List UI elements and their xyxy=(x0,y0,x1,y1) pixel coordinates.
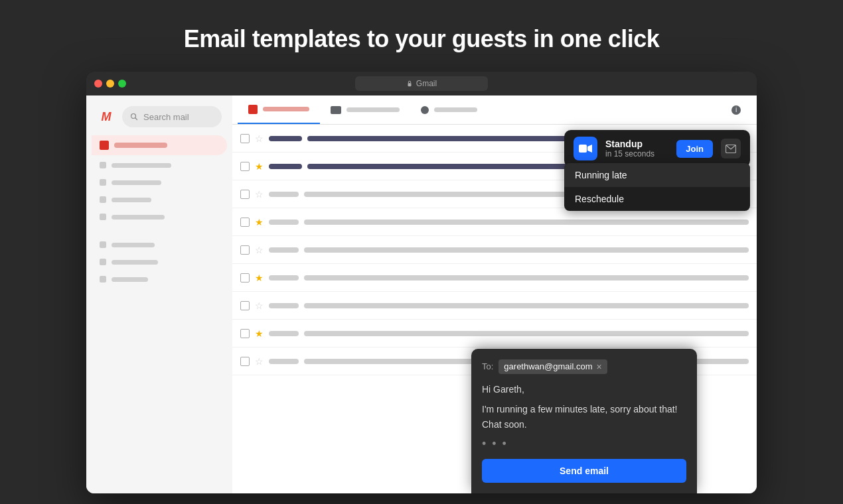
join-button[interactable]: Join xyxy=(676,140,713,158)
sidebar-bar-5 xyxy=(112,243,155,247)
sidebar-group-1 xyxy=(92,158,227,224)
compose-body[interactable]: Hi Gareth, I'm running a few minutes lat… xyxy=(482,382,686,451)
subject-bar-7 xyxy=(304,303,749,308)
star-1[interactable]: ☆ xyxy=(255,133,264,144)
email-row-8[interactable]: ★ xyxy=(232,320,757,347)
compose-body-line1: Hi Gareth, xyxy=(482,382,686,397)
sidebar-item-inbox[interactable] xyxy=(92,135,227,155)
sidebar-item-7[interactable] xyxy=(92,272,227,286)
svg-line-2 xyxy=(135,118,137,120)
star-9[interactable]: ☆ xyxy=(255,356,264,367)
url-text: Gmail xyxy=(416,79,437,88)
checkbox-3[interactable] xyxy=(240,190,250,199)
email-row-4[interactable]: ★ xyxy=(232,208,757,236)
gmail-logo-letter: M xyxy=(102,110,112,124)
tab-promotions[interactable] xyxy=(410,95,488,124)
compose-body-line2: I'm running a few minutes late, sorry ab… xyxy=(482,402,686,432)
subject-bar-4 xyxy=(304,220,749,225)
sidebar-item-3[interactable] xyxy=(92,192,227,207)
tabs-row: i xyxy=(232,95,757,125)
checkbox-8[interactable] xyxy=(240,329,250,338)
minimize-button[interactable] xyxy=(106,80,114,88)
sidebar-bar-2 xyxy=(112,180,161,185)
promotions-tab-icon xyxy=(421,106,429,114)
email-row-5[interactable]: ☆ xyxy=(232,236,757,264)
sidebar-bar-3 xyxy=(112,198,151,202)
maximize-button[interactable] xyxy=(118,80,126,88)
star-5[interactable]: ☆ xyxy=(255,245,264,255)
compose-panel: To: garethwan@gmail.com × Hi Gareth, I'm… xyxy=(471,349,697,493)
svg-rect-0 xyxy=(408,83,411,86)
gmail-body: M Search mail xyxy=(86,95,757,493)
star-4[interactable]: ★ xyxy=(255,217,264,227)
tab-info[interactable]: i xyxy=(721,95,751,124)
inbox-label-bar xyxy=(114,143,167,148)
search-icon xyxy=(130,113,138,121)
chip-remove-icon[interactable]: × xyxy=(597,361,602,372)
compose-to-row: To: garethwan@gmail.com × xyxy=(482,359,686,374)
mail-icon-button[interactable] xyxy=(721,139,741,158)
sidebar-bar-1 xyxy=(112,163,171,168)
sender-bar-1 xyxy=(269,136,302,141)
sidebar-item-4[interactable] xyxy=(92,210,227,224)
dropdown-item-reschedule[interactable]: Reschedule xyxy=(564,187,750,211)
traffic-lights xyxy=(94,80,126,88)
sender-bar-2 xyxy=(269,164,302,169)
sender-bar-9 xyxy=(269,359,299,364)
sender-bar-4 xyxy=(269,220,299,225)
sidebar-dot-5 xyxy=(100,241,106,248)
checkbox-1[interactable] xyxy=(240,134,250,143)
inbox-tab-label xyxy=(263,107,309,111)
zoom-text: Standup in 15 seconds xyxy=(605,139,668,158)
star-7[interactable]: ☆ xyxy=(255,300,264,311)
search-placeholder: Search mail xyxy=(143,112,189,122)
inbox-dot xyxy=(100,141,109,150)
dropdown-item-running-late[interactable]: Running late xyxy=(564,163,750,187)
sidebar-dot-3 xyxy=(100,196,106,203)
social-tab-icon xyxy=(331,106,341,114)
sender-bar-7 xyxy=(269,303,299,308)
compose-recipient: garethwan@gmail.com xyxy=(504,361,592,371)
sender-bar-3 xyxy=(269,192,299,197)
sidebar-dot-4 xyxy=(100,214,106,220)
search-bar[interactable]: Search mail xyxy=(122,106,222,127)
checkbox-5[interactable] xyxy=(240,245,250,255)
sidebar-item-1[interactable] xyxy=(92,158,227,172)
zoom-icon-wrap xyxy=(574,137,597,160)
compose-typing-indicator: • • • xyxy=(482,437,686,451)
checkbox-7[interactable] xyxy=(240,301,250,310)
sidebar-dot-6 xyxy=(100,259,106,265)
sender-bar-5 xyxy=(269,247,299,253)
email-row-6[interactable]: ★ xyxy=(232,264,757,292)
checkbox-6[interactable] xyxy=(240,273,250,283)
sidebar-dot-1 xyxy=(100,162,106,168)
compose-email-chip[interactable]: garethwan@gmail.com × xyxy=(498,359,607,374)
star-6[interactable]: ★ xyxy=(255,273,264,283)
star-2[interactable]: ★ xyxy=(255,161,264,172)
sender-bar-8 xyxy=(269,331,299,336)
sidebar-dot-7 xyxy=(100,276,106,283)
title-bar: Gmail xyxy=(86,72,757,95)
inbox-tab-icon xyxy=(248,105,258,114)
lock-icon xyxy=(406,80,413,87)
checkbox-4[interactable] xyxy=(240,218,250,227)
checkbox-2[interactable] xyxy=(240,162,250,171)
page-title: Email templates to your guests in one cl… xyxy=(184,25,660,53)
sidebar-dot-2 xyxy=(100,179,106,186)
sidebar-item-6[interactable] xyxy=(92,255,227,269)
send-email-button[interactable]: Send email xyxy=(482,459,686,483)
sidebar-item-5[interactable] xyxy=(92,237,227,252)
star-3[interactable]: ☆ xyxy=(255,189,264,200)
compose-to-label: To: xyxy=(482,361,493,371)
close-button[interactable] xyxy=(94,80,102,88)
tab-inbox[interactable] xyxy=(238,95,320,124)
sidebar-item-2[interactable] xyxy=(92,175,227,190)
zoom-notification: Standup in 15 seconds Join xyxy=(564,130,750,167)
gmail-sidebar: M Search mail xyxy=(86,95,232,493)
checkbox-9[interactable] xyxy=(240,357,250,366)
sidebar-bar-4 xyxy=(112,215,165,220)
tab-social[interactable] xyxy=(320,95,410,124)
email-row-7[interactable]: ☆ xyxy=(232,292,757,320)
star-8[interactable]: ★ xyxy=(255,328,264,339)
browser-window: Gmail M Search mail xyxy=(86,72,757,493)
